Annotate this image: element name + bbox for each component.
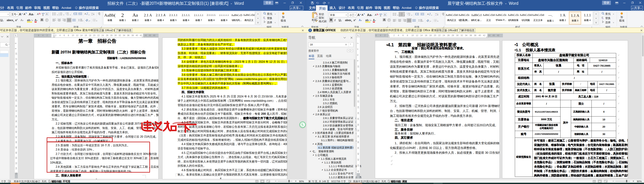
svg-text:字: 字 — [46, 19, 48, 21]
svg-text:3: 3 — [399, 15, 400, 16]
svg-text:Z: Z — [92, 14, 92, 16]
svg-text:A: A — [92, 12, 93, 14]
svg-text:i: i — [66, 15, 67, 16]
svg-text:Z: Z — [436, 14, 436, 16]
svg-text:A: A — [84, 13, 86, 15]
svg-text:A: A — [427, 13, 429, 16]
svg-text:3: 3 — [59, 15, 60, 16]
svg-text:A: A — [436, 13, 436, 14]
svg-text:ac: ac — [264, 18, 265, 19]
svg-text:A: A — [37, 12, 39, 16]
svg-text:ac: ac — [602, 18, 604, 19]
svg-text:A: A — [46, 13, 48, 15]
svg-text:文: 文 — [42, 14, 44, 16]
svg-text:i: i — [408, 15, 408, 16]
